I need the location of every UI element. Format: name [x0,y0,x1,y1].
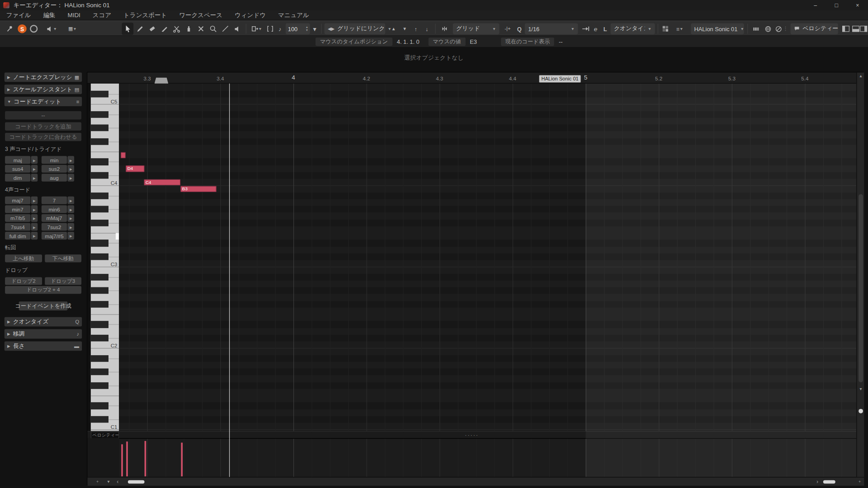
menu-item-ワークスペース[interactable]: ワークスペース [173,9,229,20]
chord-button[interactable]: aug [42,174,67,181]
ruler-marker[interactable] [155,77,169,83]
drop3-button[interactable]: ドロップ3 [45,277,81,285]
note-expression-input-icon[interactable] [774,23,783,35]
black-key[interactable] [91,172,108,179]
chord-button[interactable]: maj7/#5 [42,232,67,239]
transpose-up-button[interactable]: ↑ [411,23,421,35]
create-chord-event-button[interactable]: コードイベントを作成 [19,301,68,310]
insert-velocity-stepper[interactable]: 100 ▴▾ [286,23,310,34]
hscroll-thumb[interactable] [128,480,145,483]
chord-arrow-button[interactable]: ▶ [67,232,74,239]
trim-tool-icon[interactable] [158,23,170,35]
menu-item-ウィンドウ[interactable]: ウィンドウ [229,9,272,20]
match-chord-track-button[interactable]: コードトラックに合わせる [5,133,81,141]
pin-icon[interactable] [3,23,15,35]
piano-keyboard[interactable]: C5C4C3C2C1 [91,84,119,431]
drop2-4-button[interactable]: ドロップ2 + 4 [5,286,81,294]
snap-icon[interactable] [439,23,451,35]
black-key[interactable] [91,301,108,308]
velocity-bar[interactable] [145,441,146,476]
event-colors-dropdown[interactable]: ベロシティー [791,23,838,34]
horizontal-scrollbar[interactable]: + ▼ ‹ › + [87,477,864,486]
black-key[interactable] [91,287,108,294]
acoustic-feedback-button[interactable]: ▼ [42,23,61,35]
maximize-button[interactable]: □ [826,0,847,10]
chord-arrow-button[interactable]: ▶ [67,197,74,204]
chord-arrow-button[interactable]: ▶ [31,205,38,213]
chord-button[interactable]: sus4 [5,165,30,173]
midi-note[interactable] [121,152,126,158]
black-key[interactable] [91,355,108,362]
hzoom-thumb[interactable] [823,480,835,483]
move-down-button[interactable]: 下へ移動 [45,254,81,262]
lane-resize-handle[interactable]: ····· [465,433,479,438]
scroll-left-icon[interactable]: ‹ [114,478,121,485]
move-up-button[interactable]: 上へ移動 [5,254,42,262]
chord-arrow-button[interactable]: ▶ [67,156,74,164]
zoom-tool-icon[interactable] [207,23,219,35]
grid-link-dropdown[interactable]: ◀▶ グリッドにリンク ▼ [325,23,386,34]
black-key[interactable] [91,111,108,118]
black-key[interactable] [91,335,108,342]
black-key[interactable] [91,321,108,328]
minimize-button[interactable]: – [805,0,826,10]
draw-tool-icon[interactable] [134,23,146,35]
chord-button[interactable]: maj7 [5,197,30,204]
toolbar-overflow-handle[interactable]: ⋮ [783,23,788,35]
chord-arrow-button[interactable]: ▶ [31,197,38,204]
chord-button[interactable]: min6 [42,205,67,213]
inspector-section-transpose[interactable]: ▶ 移調 ♪ [5,329,82,339]
play-tool-icon[interactable] [231,23,243,35]
chord-button[interactable]: dim [5,174,30,181]
chord-button[interactable]: mMaj7 [42,214,67,222]
chord-arrow-button[interactable]: ▶ [31,223,38,230]
add-chord-track-button[interactable]: コードトラックを追加 [5,122,81,131]
menu-item-マニュアル[interactable]: マニュアル [272,9,315,20]
vzoom-thumb[interactable] [859,409,863,413]
black-key[interactable] [91,220,108,226]
editor-options-button[interactable]: ▦ ▼ [63,23,82,35]
chord-arrow-button[interactable]: ▶ [67,214,74,222]
ruler[interactable]: 3.33.444.24.34.455.25.35.4 [87,72,856,83]
playhead[interactable] [229,84,230,477]
lower-zone-toggle-icon[interactable] [851,23,860,35]
hzoom-in-button[interactable]: + [855,478,864,485]
chord-arrow-button[interactable]: ▶ [67,165,74,173]
quantize-panel-button[interactable]: e [591,23,600,35]
black-key[interactable] [91,192,108,199]
chord-button[interactable]: full dim [5,232,30,239]
midi-note[interactable]: C4 [144,179,180,185]
step-input-icon[interactable] [750,23,761,35]
chord-button[interactable]: sus2 [42,165,67,173]
scroll-up-icon[interactable]: ▲ [857,72,865,80]
quantize-preset-dropdown[interactable]: 1/16 ▼ [525,23,578,34]
snap-relative-icon[interactable]: -|+ [501,23,514,35]
chord-arrow-button[interactable]: ▶ [31,214,38,222]
midi-input-icon[interactable] [762,23,773,35]
black-key[interactable] [91,159,108,165]
length-quantize-dropdown[interactable]: クオンタイズ... ▼ [611,23,655,34]
erase-tool-icon[interactable] [146,23,158,35]
window-layout-setup-icon[interactable] [860,23,868,35]
inspector-section-scale-assistant[interactable]: ▶ スケールアシスタント ▤ [5,84,82,94]
black-key[interactable] [91,369,108,375]
inspector-section-note-expression[interactable]: ▶ ノートエクスプレッション ▦ [5,72,82,82]
black-key[interactable] [91,403,108,409]
chord-button[interactable]: 7 [42,197,67,204]
glue-tool-icon[interactable] [183,23,194,35]
hzoom-slider[interactable] [821,477,855,486]
select-tool-icon[interactable] [122,23,133,35]
vscroll-thumb[interactable] [859,194,863,382]
menu-item-スコア[interactable]: スコア [86,9,117,20]
black-key[interactable] [91,240,108,247]
chord-button[interactable]: m7/b5 [5,214,30,222]
visible-layers-button[interactable]: ≡ ▼ [672,23,688,35]
chord-arrow-button[interactable]: ▶ [31,232,38,239]
chord-arrow-button[interactable]: ▶ [31,156,38,164]
velocity-bar[interactable] [126,441,128,476]
black-key[interactable] [91,253,108,260]
insert-velocity-menu-button[interactable]: ▼ [311,23,318,35]
chord-arrow-button[interactable]: ▶ [67,205,74,213]
black-key[interactable] [91,274,108,281]
line-tool-icon[interactable] [219,23,231,35]
